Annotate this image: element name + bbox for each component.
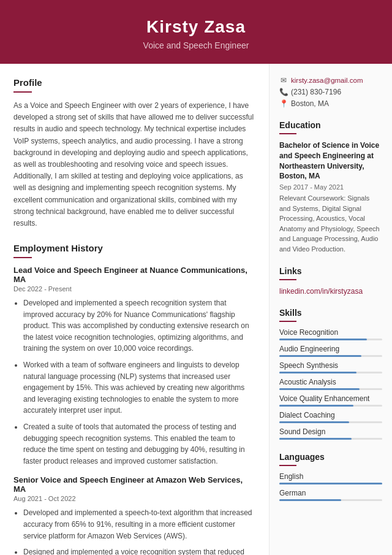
job-item-1: Senior Voice and Speech Engineer at Amaz… [13, 475, 255, 555]
sidebar: ✉ kirsty.zasa@gmail.com 📞 (231) 830-7196… [270, 64, 392, 555]
languages-section: Languages EnglishGerman [279, 452, 382, 501]
skill-bar-bg-6 [279, 438, 382, 440]
education-title: Education [279, 120, 382, 130]
skill-item-4: Voice Quality Enhancement [279, 394, 382, 407]
links-title: Links [279, 266, 382, 276]
candidate-name: Kirsty Zasa [12, 17, 380, 37]
linkedin-link[interactable]: linkedin.com/in/kirstyzasa [279, 287, 363, 296]
lang-name-0: English [279, 472, 382, 481]
lang-item-0: English [279, 472, 382, 484]
edu-date: Sep 2017 - May 2021 [279, 183, 382, 191]
job-title-1: Senior Voice and Speech Engineer at Amaz… [13, 475, 255, 494]
skill-item-6: Sound Design [279, 427, 382, 440]
skill-item-5: Dialect Coaching [279, 411, 382, 423]
bullet-1-0: Developed and implemented a speech-to-te… [23, 507, 255, 542]
candidate-title: Voice and Speech Engineer [12, 40, 380, 50]
employment-title: Employment History [13, 243, 255, 253]
skill-bar-bg-2 [279, 372, 382, 373]
skill-item-3: Acoustic Analysis [279, 378, 382, 390]
lang-item-1: German [279, 489, 382, 501]
skill-name-5: Dialect Coaching [279, 411, 382, 419]
profile-divider [13, 91, 32, 93]
linkedin-link-item: linkedin.com/in/kirstyzasa [279, 286, 382, 296]
employment-divider [13, 257, 32, 258]
skill-bar-bg-0 [279, 339, 382, 340]
profile-title: Profile [13, 77, 255, 88]
location-item: 📍 Boston, MA [279, 99, 382, 108]
skill-bar-fill-5 [279, 421, 349, 423]
edu-degree: Bachelor of Science in Voice and Speech … [279, 140, 382, 182]
lang-bar-bg-0 [279, 483, 382, 484]
profile-text: As a Voice and Speech Engineer with over… [13, 100, 255, 229]
skill-name-0: Voice Recognition [279, 328, 382, 337]
skill-name-1: Audio Engineering [279, 345, 382, 353]
job-bullets-0: Developed and implemented a speech recog… [13, 297, 255, 467]
lang-name-1: German [279, 489, 382, 497]
bullet-0-0: Developed and implemented a speech recog… [23, 297, 255, 354]
bullet-1-1: Designed and implemented a voice recogni… [23, 546, 255, 555]
skill-bar-fill-0 [279, 339, 367, 340]
main-content: Profile As a Voice and Speech Engineer w… [0, 64, 270, 555]
bullet-0-1: Worked with a team of software engineers… [23, 359, 255, 416]
links-section: Links linkedin.com/in/kirstyzasa [279, 266, 382, 296]
job-date-0: Dec 2022 - Present [13, 285, 255, 293]
lang-bar-bg-1 [279, 499, 382, 501]
lang-bar-fill-0 [279, 483, 382, 484]
resume-header: Kirsty Zasa Voice and Speech Engineer [0, 0, 392, 64]
job-bullets-1: Developed and implemented a speech-to-te… [13, 507, 255, 555]
contact-section: ✉ kirsty.zasa@gmail.com 📞 (231) 830-7196… [279, 76, 382, 108]
skill-item-1: Audio Engineering [279, 345, 382, 357]
job-title-0: Lead Voice and Speech Engineer at Nuance… [13, 266, 255, 284]
skill-item-0: Voice Recognition [279, 328, 382, 340]
skills-section: Skills Voice RecognitionAudio Engineerin… [279, 308, 382, 440]
phone-text: (231) 830-7196 [291, 88, 341, 96]
languages-list: EnglishGerman [279, 472, 382, 501]
job-item-0: Lead Voice and Speech Engineer at Nuance… [13, 266, 255, 467]
location-text: Boston, MA [291, 99, 329, 108]
languages-title: Languages [279, 452, 382, 462]
skill-bar-fill-3 [279, 388, 360, 390]
education-section: Education Bachelor of Science in Voice a… [279, 120, 382, 254]
resume-container: Kirsty Zasa Voice and Speech Engineer Pr… [0, 0, 392, 555]
resume-body: Profile As a Voice and Speech Engineer w… [0, 64, 392, 555]
phone-item: 📞 (231) 830-7196 [279, 88, 382, 96]
skill-bar-bg-3 [279, 388, 382, 390]
profile-section: Profile As a Voice and Speech Engineer w… [13, 77, 255, 229]
languages-divider [279, 465, 296, 466]
email-icon: ✉ [279, 76, 288, 85]
skill-name-6: Sound Design [279, 427, 382, 436]
phone-icon: 📞 [279, 88, 288, 96]
skill-bar-fill-4 [279, 405, 353, 407]
skills-divider [279, 321, 296, 322]
location-icon: 📍 [279, 99, 288, 108]
education-divider [279, 133, 296, 134]
bullet-0-2: Created a suite of tools that automated … [23, 421, 255, 467]
jobs-list: Lead Voice and Speech Engineer at Nuance… [13, 266, 255, 555]
edu-courses: Relevant Coursework: Signals and Systems… [279, 193, 382, 254]
skill-bar-bg-1 [279, 355, 382, 357]
skill-name-3: Acoustic Analysis [279, 378, 382, 386]
skills-title: Skills [279, 308, 382, 318]
links-divider [279, 279, 296, 280]
skill-bar-bg-5 [279, 421, 382, 423]
skill-name-2: Speech Synthesis [279, 361, 382, 370]
skill-bar-fill-1 [279, 355, 361, 357]
skill-bar-bg-4 [279, 405, 382, 407]
skills-list: Voice RecognitionAudio EngineeringSpeech… [279, 328, 382, 440]
job-date-1: Aug 2021 - Oct 2022 [13, 495, 255, 502]
skill-bar-fill-2 [279, 372, 356, 373]
skill-item-2: Speech Synthesis [279, 361, 382, 373]
email-link[interactable]: kirsty.zasa@gmail.com [291, 77, 363, 84]
skill-name-4: Voice Quality Enhancement [279, 394, 382, 403]
lang-bar-fill-1 [279, 499, 341, 501]
skill-bar-fill-6 [279, 438, 352, 440]
email-item: ✉ kirsty.zasa@gmail.com [279, 76, 382, 85]
employment-section: Employment History Lead Voice and Speech… [13, 243, 255, 555]
